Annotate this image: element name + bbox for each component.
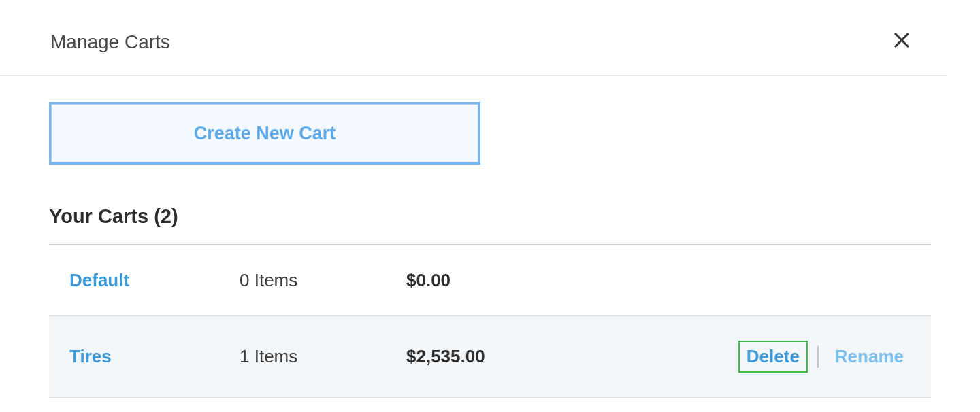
dialog-header: Manage Carts <box>0 0 947 76</box>
dialog-body: Create New Cart Your Carts (2) Default 0… <box>0 76 980 398</box>
cart-price: $0.00 <box>406 270 911 291</box>
cart-name-link[interactable]: Tires <box>69 346 240 367</box>
cart-row[interactable]: Tires 1 Items $2,535.00 Delete Rename <box>49 316 931 398</box>
your-carts-heading: Your Carts (2) <box>49 205 931 245</box>
cart-items-count: 1 Items <box>240 346 406 367</box>
carts-table: Default 0 Items $0.00 Tires 1 Items $2,5… <box>49 245 931 398</box>
cart-row[interactable]: Default 0 Items $0.00 <box>49 245 931 316</box>
cart-items-count: 0 Items <box>240 270 406 291</box>
manage-carts-dialog: Manage Carts Create New Cart Your Carts … <box>0 0 980 398</box>
cart-actions: Delete Rename <box>738 341 911 373</box>
create-new-cart-button[interactable]: Create New Cart <box>49 102 480 165</box>
separator <box>817 346 819 368</box>
close-icon <box>892 30 912 50</box>
cart-name-link[interactable]: Default <box>69 270 240 291</box>
delete-button[interactable]: Delete <box>738 341 808 373</box>
close-button[interactable] <box>892 30 912 54</box>
cart-price: $2,535.00 <box>406 346 738 367</box>
dialog-title: Manage Carts <box>50 31 170 53</box>
rename-button[interactable]: Rename <box>828 342 911 371</box>
create-new-cart-label: Create New Cart <box>51 104 478 162</box>
